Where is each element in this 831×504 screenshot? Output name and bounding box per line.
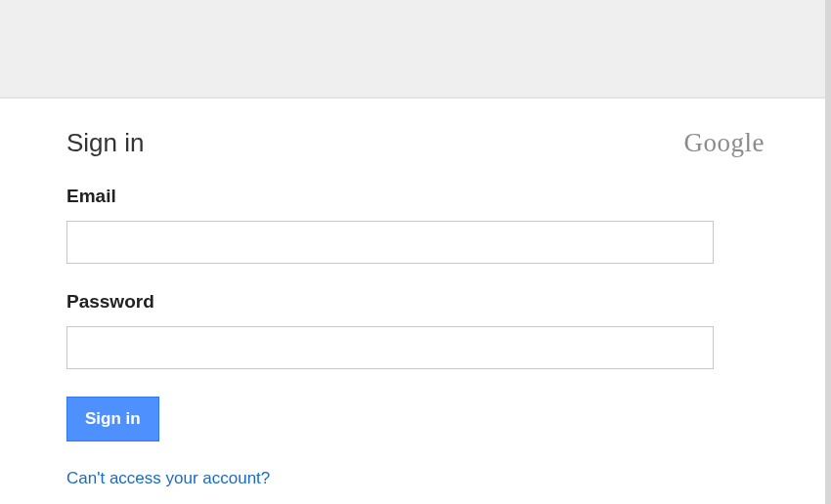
- password-field-block: Password: [66, 291, 765, 369]
- password-label: Password: [66, 291, 765, 313]
- password-field[interactable]: [66, 326, 714, 369]
- signin-button[interactable]: Sign in: [66, 397, 159, 441]
- email-field[interactable]: [66, 221, 714, 264]
- page-title: Sign in: [66, 128, 145, 158]
- header-row: Sign in Google: [66, 128, 765, 158]
- top-strip: [0, 0, 831, 98]
- email-field-block: Email: [66, 186, 765, 264]
- email-label: Email: [66, 186, 765, 207]
- signin-card: Sign in Google Email Password Sign in Ca…: [0, 98, 831, 504]
- cant-access-link[interactable]: Can't access your account?: [66, 469, 270, 488]
- scrollbar-track[interactable]: [825, 0, 831, 504]
- brand-logo: Google: [684, 128, 765, 158]
